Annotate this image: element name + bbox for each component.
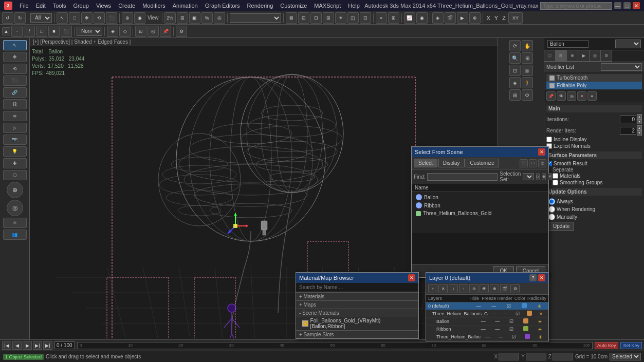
object-name-field[interactable] [547, 40, 588, 48]
angle-snap-icon[interactable]: ◎ [7, 200, 23, 216]
always-radio[interactable] [548, 198, 555, 205]
manually-radio[interactable] [548, 214, 555, 220]
render-btn[interactable]: ⊕ [469, 12, 481, 24]
layer-hide-all-btn[interactable]: 👁 [480, 284, 489, 293]
find-input[interactable] [427, 173, 498, 181]
populate-icon[interactable]: 👥 [3, 230, 27, 240]
named-selection-dropdown[interactable] [230, 13, 281, 23]
mirror-btn[interactable]: ⊠ [286, 12, 297, 24]
menu-file[interactable]: File [16, 2, 32, 9]
min-max-viewport-btn[interactable]: ⊞ [509, 89, 521, 101]
props-tab-modify[interactable]: ⊞ [556, 50, 567, 62]
select-tool-icon[interactable]: ↖ [3, 40, 27, 50]
sub-obj-elem-btn[interactable]: ⬛ [61, 26, 72, 37]
sub-obj-vertex-btn[interactable]: · [11, 26, 23, 37]
menu-edit[interactable]: Edit [33, 2, 49, 9]
scale-tool-icon[interactable]: ⬛ [3, 75, 27, 86]
modifier-list-dropdown[interactable] [601, 63, 642, 71]
angle-snap-btn[interactable]: ▣ [189, 12, 200, 24]
orbit-btn[interactable]: ⟳ [509, 40, 521, 51]
pivot-btn[interactable]: ◉ [134, 12, 145, 24]
editable-poly2-btn[interactable]: ◇ [119, 26, 131, 37]
props-tab-utilities[interactable]: ⚙ [601, 50, 612, 62]
layer-new-btn[interactable]: + [428, 284, 437, 293]
dialog-tab-customize[interactable]: Customize [466, 159, 499, 167]
helper-icon[interactable]: ✚ [3, 158, 27, 168]
zoom-all-btn[interactable]: ⊞ [522, 52, 533, 64]
percent-snap-btn[interactable]: % [201, 12, 213, 24]
maximize-button[interactable]: □ [623, 2, 631, 9]
rotate-btn[interactable]: ⟲ [94, 12, 105, 24]
normal-align-btn[interactable]: ⊞ [323, 12, 334, 24]
reactor-icon[interactable]: ⚛ [3, 218, 27, 228]
none-btn[interactable]: □ [529, 159, 537, 167]
xy-plane-btn[interactable]: XY [508, 12, 523, 24]
zoom-btn[interactable]: 🔍 [509, 52, 521, 64]
x-coord-input[interactable] [499, 353, 519, 360]
set-key-button[interactable]: Set Key [620, 342, 642, 349]
menu-customize[interactable]: Customize [277, 2, 310, 9]
align-view-btn[interactable]: ⊡ [310, 12, 322, 24]
make-unique-mod-btn[interactable]: ◎ [567, 91, 576, 101]
materials-checkbox[interactable] [553, 173, 558, 179]
props-tab-create[interactable]: ⬡ [544, 50, 556, 62]
pin-stack-btn[interactable]: 📌 [160, 26, 171, 37]
show-in-viewport-btn[interactable]: 👁 [557, 91, 566, 101]
render-iters-down-btn[interactable]: ▼ [637, 130, 642, 136]
frame-counter-input[interactable] [54, 341, 75, 349]
go-start-btn[interactable]: |◀ [2, 341, 11, 350]
next-frame-btn[interactable]: ▶| [33, 341, 42, 350]
bind-space-warp-icon[interactable]: ≋ [3, 111, 27, 121]
scale-btn[interactable]: ⬛ [106, 12, 117, 24]
render-iters-up-btn[interactable]: ▲ [637, 125, 642, 130]
editpoly-check[interactable] [549, 83, 555, 88]
go-end-btn[interactable]: ▶| [43, 341, 52, 350]
menu-create[interactable]: Create [115, 2, 138, 9]
layer-row-ribbon[interactable]: Ribbon — — ☑ ☀ [426, 326, 548, 333]
move-tool-icon[interactable]: ✥ [3, 52, 27, 62]
spacewarp-icon[interactable]: ⬡ [3, 170, 27, 180]
y-coord-input[interactable] [526, 353, 546, 360]
maps-section[interactable]: + Maps [296, 300, 418, 309]
layer-three-helium-color[interactable] [524, 311, 535, 317]
layer-ballon-color[interactable] [519, 318, 532, 325]
render-frame-btn[interactable]: ▶ [457, 12, 468, 24]
all-btn[interactable]: ⬛ [520, 159, 528, 167]
spinner-snap-btn[interactable]: ◎ [214, 12, 225, 24]
selection-set-dropdown[interactable] [523, 173, 534, 180]
snap-btn[interactable]: ⊞ [177, 12, 188, 24]
sub-obj-border-btn[interactable]: □ [36, 26, 47, 37]
close-button[interactable]: ✕ [633, 2, 640, 9]
iterations-down-btn[interactable]: ▼ [637, 119, 642, 124]
layer-row-ballon[interactable]: Ballon — — ☑ ☀ [426, 318, 548, 326]
configure-btn[interactable]: ⚙ [176, 26, 187, 37]
object-type-dropdown[interactable] [615, 40, 641, 48]
layer-row-three-helium-balloc[interactable]: Three_Helium_Balloc — — ☑ ☀ [426, 333, 548, 341]
configure-mod-btn[interactable]: ≡ [587, 91, 597, 101]
layer-row-three-helium[interactable]: Three_Helium_Balloons_G — — ☑ ☀ [426, 310, 548, 318]
select-obj-btn[interactable]: ↖ [57, 12, 68, 24]
modifier-turbsmooth[interactable]: TurboSmooth [546, 74, 642, 82]
snap-2d-btn[interactable]: 2½ [164, 12, 176, 24]
dialog-item-ballon[interactable]: Ballon [413, 193, 547, 201]
viewport-config-btn[interactable]: ⚙ [522, 89, 533, 101]
auto-key-button[interactable]: Auto Key [595, 342, 619, 349]
sub-obj-btn[interactable]: ▲ [2, 27, 10, 35]
props-tab-hierarchy[interactable]: ⊕ [567, 50, 578, 62]
dialog-tab-display[interactable]: Display [438, 159, 465, 167]
layer-row-default[interactable]: 0 (default) — — ☑ ☀ [426, 302, 548, 310]
when-rendering-radio[interactable] [548, 206, 555, 213]
dialog-item-ribbon[interactable]: Ribbon [413, 201, 547, 209]
menu-modifiers[interactable]: Modifiers [139, 2, 169, 9]
show-end-result-btn[interactable]: ⊡ [135, 26, 146, 37]
sel-set-btn3[interactable]: ✕ [548, 173, 552, 180]
menu-rendering[interactable]: Rendering [244, 2, 277, 9]
ref-coord-btn[interactable]: ⊕ [122, 12, 133, 24]
iterations-up-btn[interactable]: ▲ [637, 114, 642, 119]
layer-default-color[interactable] [517, 303, 531, 309]
move-btn[interactable]: ✥ [81, 12, 93, 24]
menu-tools[interactable]: Tools [50, 2, 69, 9]
zoom-extents-btn[interactable]: ⊡ [509, 65, 521, 76]
layer-balloc-color[interactable] [521, 334, 533, 340]
link-tool-icon[interactable]: 🔗 [3, 87, 27, 98]
